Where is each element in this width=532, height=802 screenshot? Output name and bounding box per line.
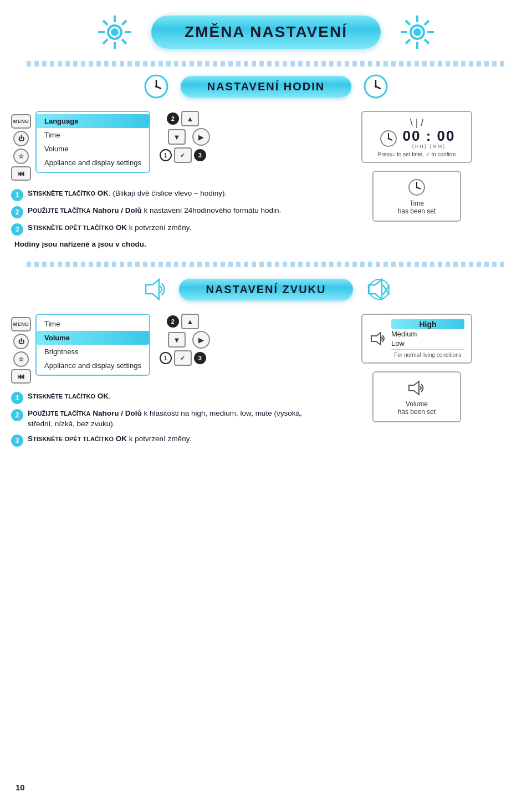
top-divider: [27, 61, 505, 67]
section2-star-button[interactable]: ☆: [13, 351, 29, 367]
step2-text: POUŽIJTE TLAČÍTKA Nahoru / Dolů k nastav…: [28, 206, 281, 216]
page-header: ZMĚNA NASTAVENÍ: [0, 0, 532, 58]
section2-steps: 1 STISKNĚTE TLAČÍTKO OK. 2 POUŽIJTE TLAČ…: [11, 391, 307, 447]
volume-speaker-icon: [369, 330, 387, 348]
time-set-box: Time has been set: [372, 171, 461, 222]
svg-point-19: [413, 28, 421, 36]
s2-up-arrow-btn[interactable]: ▲: [181, 314, 199, 329]
volume-set-box: Volume has been set: [372, 371, 461, 422]
time-labels: (HH) (MM): [412, 144, 446, 149]
section2-power-button[interactable]: ⏻: [13, 334, 29, 349]
section1-right: \ | / 00 : 00 (HH) (MM) Press○ to set ti…: [313, 111, 515, 222]
menu-item-appliance[interactable]: Appliance and display settings: [37, 156, 149, 170]
section2-left: MENU ⏻ ☆ ⏮ Time Volume Brightness Applia…: [11, 314, 313, 451]
section2-title-pill: NASTAVENÍ ZVUKU: [179, 279, 352, 300]
s2-step1-text: STISKNĚTE TLAČÍTKO OK.: [28, 391, 111, 402]
step3-num: 3: [11, 223, 23, 236]
volume-level-high: High: [391, 319, 464, 329]
time-press-text: Press○ to set time, ✓ to confirm: [378, 151, 456, 157]
s2-ok-btn[interactable]: ✓: [174, 350, 192, 366]
badge-one: 1: [160, 149, 172, 161]
header-title: ZMĚNA NASTAVENÍ: [185, 23, 347, 40]
svg-line-7: [122, 21, 126, 25]
svg-line-16: [424, 39, 429, 44]
svg-line-8: [103, 39, 108, 44]
remote-buttons: MENU ⏻ ☆ ⏮: [11, 114, 31, 181]
svg-marker-36: [146, 279, 159, 299]
section1-steps: 1 STISKNĚTE TLAČÍTKO OK. (Blikají dvě čí…: [11, 188, 307, 236]
svg-marker-42: [409, 381, 419, 395]
clock-small-icon: [378, 129, 398, 149]
svg-point-23: [155, 85, 157, 88]
time-display-box: \ | / 00 : 00 (HH) (MM) Press○ to set ti…: [361, 111, 472, 163]
s2-step3-text: STISKNĚTE OPĚT TLAČÍTKO OK k potvrzení z…: [28, 434, 191, 445]
section2-back-button[interactable]: ⏮: [11, 369, 31, 384]
down-arrow-btn[interactable]: ▼: [168, 129, 186, 145]
clock-icon-right: [361, 72, 390, 101]
svg-line-5: [103, 21, 108, 25]
s2-play-btn[interactable]: ▶: [192, 331, 210, 349]
section2-title: NASTAVENÍ ZVUKU: [206, 283, 326, 295]
s2-step1-num: 1: [11, 392, 23, 404]
section1-left: MENU ⏻ ☆ ⏮ Language Time Volume Applianc…: [11, 111, 313, 248]
section1-menu-list: Language Time Volume Appliance and displ…: [35, 111, 150, 173]
play-btn[interactable]: ▶: [192, 128, 210, 146]
badge-three: 3: [194, 149, 206, 161]
time-set-text: Time has been set: [398, 200, 436, 215]
s2-step3-num: 3: [11, 435, 23, 447]
gear-icon-right: [397, 12, 437, 52]
step2-num: 2: [11, 206, 23, 218]
section2-menu-item-brightness[interactable]: Brightness: [37, 345, 149, 359]
volume-level-medium: Medium: [391, 329, 417, 339]
volume-level-low: Low: [391, 339, 405, 348]
section2-menu-item-appliance[interactable]: Appliance and display settings: [37, 359, 149, 372]
section2-menu-list: Time Volume Brightness Appliance and dis…: [35, 314, 150, 376]
menu-button[interactable]: MENU: [11, 114, 31, 129]
s2-badge-three: 3: [194, 352, 206, 364]
s2-step1-row: 1 STISKNĚTE TLAČÍTKO OK.: [11, 391, 307, 404]
power-button[interactable]: ⏻: [13, 131, 29, 146]
time-display-right: 00 : 00 (HH) (MM): [403, 127, 456, 149]
step1-num: 1: [11, 189, 23, 201]
svg-line-17: [424, 21, 429, 25]
volume-display-box: High Medium Low For normal living condit…: [361, 314, 472, 364]
menu-item-language[interactable]: Language: [37, 114, 149, 128]
section2-right: High Medium Low For normal living condit…: [313, 314, 515, 422]
section1-title-pill: NASTAVENÍ HODIN: [181, 76, 352, 98]
section2-menu-item-volume[interactable]: Volume: [37, 331, 149, 345]
s2-badge-one: 1: [160, 352, 172, 364]
svg-line-18: [406, 39, 410, 44]
time-hhmm: 00 : 00: [403, 127, 456, 145]
speaker-muted-icon: [363, 275, 392, 304]
remote-menu-area: MENU ⏻ ☆ ⏮ Language Time Volume Applianc…: [11, 111, 307, 181]
section1-header: NASTAVENÍ HODIN: [0, 72, 532, 101]
volume-note: For normal living conditions: [391, 349, 464, 358]
s2-down-arrow-btn[interactable]: ▼: [168, 332, 186, 348]
ok-btn[interactable]: ✓: [174, 147, 192, 163]
page-number: 10: [16, 783, 25, 792]
svg-point-27: [375, 85, 377, 88]
section2-content: MENU ⏻ ☆ ⏮ Time Volume Brightness Applia…: [0, 308, 532, 457]
step3-row: 3 STISKNĚTE OPĚT TLAČÍTKO OK k potvrzení…: [11, 223, 307, 236]
section1-conclusion: Hodiny jsou nařízené a jsou v chodu.: [14, 240, 307, 248]
step3-text: STISKNĚTE OPĚT TLAČÍTKO OK k potvrzení z…: [28, 223, 191, 233]
volume-set-text: Volume has been set: [398, 400, 436, 416]
section2-menu-button[interactable]: MENU: [11, 317, 31, 331]
menu-item-volume[interactable]: Volume: [37, 142, 149, 156]
menu-item-time[interactable]: Time: [37, 128, 149, 142]
up-arrow-btn[interactable]: ▲: [181, 111, 199, 126]
section2-menu-item-time[interactable]: Time: [37, 317, 149, 331]
time-display-inner: 00 : 00 (HH) (MM): [378, 127, 456, 149]
s2-step2-text: POUŽIJTE TLAČÍTKA Nahoru / Dolů k hlasit…: [28, 408, 307, 430]
section2-header: NASTAVENÍ ZVUKU: [0, 275, 532, 304]
s2-step2-row: 2 POUŽIJTE TLAČÍTKA Nahoru / Dolů k hlas…: [11, 408, 307, 430]
star-button[interactable]: ☆: [13, 149, 29, 164]
back-button[interactable]: ⏮: [11, 166, 31, 181]
svg-marker-41: [371, 333, 381, 345]
section2-remote-buttons: MENU ⏻ ☆ ⏮: [11, 317, 31, 384]
step1-text: STISKNĚTE TLAČÍTKO OK. (Blikají dvě čísl…: [28, 188, 227, 199]
clock-set-icon: [407, 177, 427, 197]
section2-remote-area: MENU ⏻ ☆ ⏮ Time Volume Brightness Applia…: [11, 314, 307, 384]
section1-content: MENU ⏻ ☆ ⏮ Language Time Volume Applianc…: [0, 105, 532, 254]
clock-icon-left: [142, 72, 171, 101]
